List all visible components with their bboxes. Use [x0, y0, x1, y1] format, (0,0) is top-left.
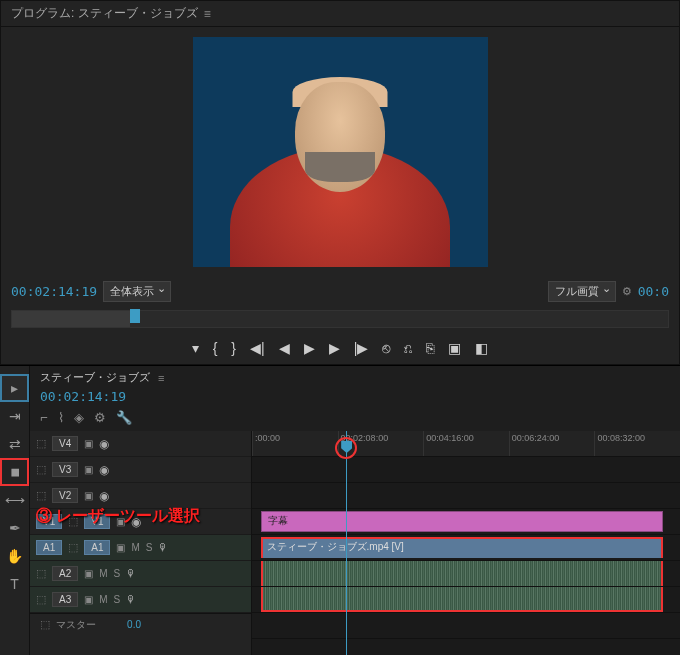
- toggle-output-icon[interactable]: ▣: [84, 464, 93, 475]
- goto-in-button[interactable]: ◀|: [250, 340, 265, 356]
- program-title: プログラム: スティーブ・ジョブズ: [11, 5, 198, 22]
- lock-icon[interactable]: ⬚: [68, 541, 78, 554]
- toggle-output-icon[interactable]: ▣: [84, 568, 93, 579]
- playhead-annotation-circle: [335, 437, 357, 459]
- voiceover-icon[interactable]: 🎙: [158, 542, 168, 553]
- ruler-tick: 00:04:16:00: [423, 431, 509, 456]
- timeline-panel-header: スティーブ・ジョブズ ≡: [30, 366, 680, 389]
- toggle-output-icon[interactable]: ▣: [84, 594, 93, 605]
- program-timecode[interactable]: 00:02:14:19: [11, 284, 97, 299]
- lift-button[interactable]: ⎋: [382, 340, 390, 356]
- video-preview-area: [1, 27, 679, 277]
- compare-button[interactable]: ◧: [475, 340, 488, 356]
- transport-controls: ▾ { } ◀| ◀ ▶ ▶ |▶ ⎋ ⎌ ⎘ ▣ ◧: [1, 332, 679, 364]
- snap-icon[interactable]: ⌐: [40, 410, 48, 425]
- track-header-a1[interactable]: A1 ⬚ A1 ▣ M S 🎙: [30, 535, 251, 561]
- timeline-timecode[interactable]: 00:02:14:19: [40, 389, 126, 404]
- goto-out-button[interactable]: |▶: [354, 340, 369, 356]
- toggle-output-icon[interactable]: ▣: [84, 490, 93, 501]
- lock-icon[interactable]: ⬚: [36, 437, 46, 450]
- ruler-tick: 00:08:32:00: [594, 431, 680, 456]
- ruler-tick: 00:06:24:00: [509, 431, 595, 456]
- mark-out-button[interactable]: }: [231, 340, 236, 356]
- quality-dropdown[interactable]: フル画質: [548, 281, 616, 302]
- video-clip[interactable]: スティーブ・ジョブズ.mp4 [V]: [261, 537, 663, 558]
- panel-menu-icon[interactable]: ≡: [204, 7, 211, 21]
- zoom-dropdown[interactable]: 全体表示: [103, 281, 171, 302]
- eye-icon[interactable]: ◉: [99, 463, 109, 477]
- program-scrub-bar[interactable]: [11, 310, 669, 328]
- step-forward-button[interactable]: ▶: [329, 340, 340, 356]
- tools-toolbar: ▸ ⇥ ⇄ ◆ ⟷ ✒ ✋ T: [0, 366, 30, 655]
- mute-button[interactable]: M: [131, 542, 139, 553]
- timeline-ruler[interactable]: :00:00 00:02:08:00 00:04:16:00 00:06:24:…: [252, 431, 680, 457]
- source-a1[interactable]: A1: [36, 540, 62, 555]
- export-frame-button[interactable]: ⎘: [426, 340, 434, 356]
- audio-clip-a1[interactable]: [261, 561, 663, 586]
- razor-tool[interactable]: ◆: [0, 458, 29, 486]
- settings-icon[interactable]: ⚙: [622, 285, 632, 298]
- track-header-a2[interactable]: ⬚ A2 ▣ M S 🎙: [30, 561, 251, 587]
- slip-tool[interactable]: ⟷: [0, 486, 29, 514]
- track-select-tool[interactable]: ⇥: [0, 402, 29, 430]
- ripple-tool[interactable]: ⇄: [0, 430, 29, 458]
- pen-tool[interactable]: ✒: [0, 514, 29, 542]
- mute-button[interactable]: M: [99, 594, 107, 605]
- program-scrub-head[interactable]: [130, 309, 140, 323]
- hand-tool[interactable]: ✋: [0, 542, 29, 570]
- voiceover-icon[interactable]: 🎙: [126, 594, 136, 605]
- lock-icon[interactable]: ⬚: [36, 593, 46, 606]
- annotation-3: ③ レーザーツール選択: [36, 506, 200, 527]
- extract-button[interactable]: ⎌: [404, 340, 412, 356]
- master-label: マスター: [56, 618, 96, 632]
- program-duration: 00:0: [638, 284, 669, 299]
- master-value[interactable]: 0.0: [127, 619, 141, 630]
- track-header-v4[interactable]: ⬚ V4 ▣ ◉: [30, 431, 251, 457]
- marker-icon[interactable]: ◈: [74, 410, 84, 425]
- track-header-a3[interactable]: ⬚ A3 ▣ M S 🎙: [30, 587, 251, 613]
- ruler-tick: :00:00: [252, 431, 338, 456]
- solo-button[interactable]: S: [114, 594, 121, 605]
- type-tool[interactable]: T: [0, 570, 29, 598]
- track-header-v3[interactable]: ⬚ V3 ▣ ◉: [30, 457, 251, 483]
- toggle-output-icon[interactable]: ▣: [84, 438, 93, 449]
- subtitle-clip[interactable]: 字幕: [261, 511, 663, 532]
- add-marker-button[interactable]: ▾: [192, 340, 199, 356]
- toggle-output-icon[interactable]: ▣: [116, 542, 125, 553]
- sequence-name: スティーブ・ジョブズ: [40, 370, 150, 385]
- solo-button[interactable]: S: [114, 568, 121, 579]
- camera-button[interactable]: ▣: [448, 340, 461, 356]
- program-panel-header: プログラム: スティーブ・ジョブズ ≡: [1, 1, 679, 27]
- lock-icon[interactable]: ⬚: [40, 618, 50, 631]
- mark-in-button[interactable]: {: [213, 340, 218, 356]
- selection-tool[interactable]: ▸: [0, 374, 29, 402]
- playhead[interactable]: [346, 431, 347, 655]
- wrench-icon[interactable]: 🔧: [116, 410, 132, 425]
- mute-button[interactable]: M: [99, 568, 107, 579]
- lock-icon[interactable]: ⬚: [36, 489, 46, 502]
- link-icon[interactable]: ⌇: [58, 410, 64, 425]
- eye-icon[interactable]: ◉: [99, 489, 109, 503]
- video-frame[interactable]: [193, 37, 488, 267]
- eye-icon[interactable]: ◉: [99, 437, 109, 451]
- lock-icon[interactable]: ⬚: [36, 463, 46, 476]
- master-track: ⬚ マスター 0.0: [30, 613, 251, 635]
- voiceover-icon[interactable]: 🎙: [126, 568, 136, 579]
- timeline-menu-icon[interactable]: ≡: [158, 372, 164, 384]
- solo-button[interactable]: S: [146, 542, 153, 553]
- step-back-button[interactable]: ◀: [279, 340, 290, 356]
- play-button[interactable]: ▶: [304, 340, 315, 356]
- lock-icon[interactable]: ⬚: [36, 567, 46, 580]
- audio-clip-a2[interactable]: [261, 587, 663, 612]
- settings-icon[interactable]: ⚙: [94, 410, 106, 425]
